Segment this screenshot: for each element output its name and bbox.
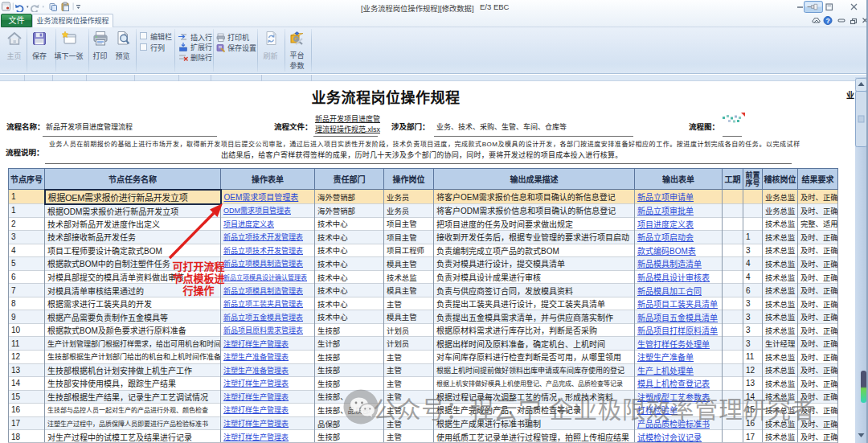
svg-text:?: ? (825, 17, 829, 25)
